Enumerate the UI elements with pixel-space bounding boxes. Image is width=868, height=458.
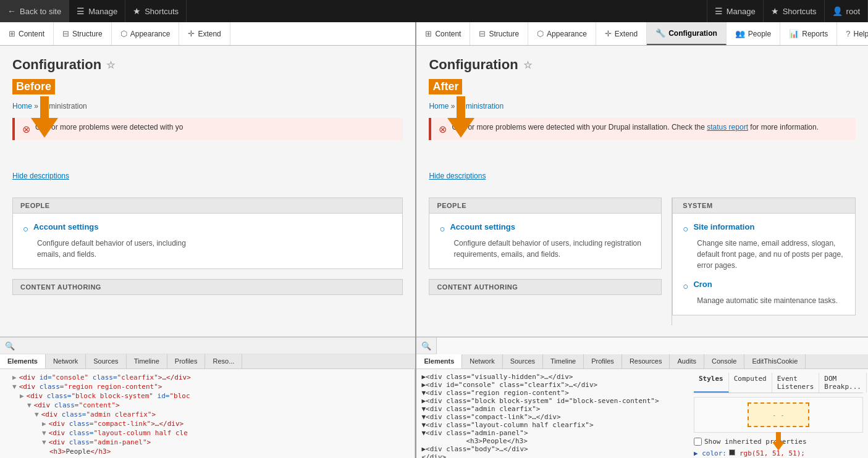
devtools-tab-resources-right[interactable]: Resources [622,354,670,368]
devtools-code-right: ▶<div class="visually-hidden">…</div> ▶<… [416,369,689,458]
content-label-right: Content [435,30,461,38]
before-arrow [31,96,58,138]
user-icon: 👤 [832,6,843,16]
left-pane-wrapper: ⊞ Content ⊟ Structure ⬡ Appearance ✛ Ext… [0,22,416,458]
devtools-tab-elements-left[interactable]: Elements [0,354,46,369]
left-star-icon[interactable]: ☆ [106,59,115,71]
box-model-visual: - - [748,402,809,427]
devtools-tab-profiles-right[interactable]: Profiles [584,354,622,368]
styles-tab-computed[interactable]: Computed [729,373,772,393]
breadcrumb-home-left[interactable]: Home [12,102,32,110]
code-line: ▼<div class="compact-link">…</div> [421,413,684,421]
cron-link[interactable]: Cron [693,280,712,289]
nav-extend-right[interactable]: ✛ Extend [596,22,647,45]
nav-extend-left[interactable]: ✛ Extend [179,22,230,45]
people-panel-left: ○ Account settings Configure default beh… [12,214,403,269]
show-inherited-checkbox[interactable] [694,438,702,446]
nav-help-right[interactable]: ? Help [837,22,868,45]
nav-reports-right[interactable]: 📊 Reports [780,22,837,45]
devtools-tab-network-left[interactable]: Network [46,354,86,368]
extend-label-left: Extend [198,30,221,38]
code-line: ▶<div class="block block-system" id="blo… [421,397,684,405]
help-icon-right: ? [846,29,850,38]
devtools-left: 🔍 Elements Network Sources Timeline Prof… [0,336,415,458]
devtools-tab-sources-right[interactable]: Sources [503,354,543,368]
shortcuts-button-right[interactable]: ★ Shortcuts [764,0,825,22]
site-info-desc: Change site name, email address, slogan,… [697,238,845,271]
manage-button-left[interactable]: ☰ Manage [69,0,125,22]
devtools-tab-elements-right[interactable]: Elements [416,354,462,369]
status-report-link[interactable]: status report [707,123,748,131]
styles-tab-dom-breakp[interactable]: DOM Breakp... [819,373,867,393]
devtools-tab-timeline-right[interactable]: Timeline [543,354,584,368]
after-section: After [429,79,856,97]
devtools-tab-editthiscookie-right[interactable]: EditThisCookie [744,354,806,368]
root-user-button[interactable]: 👤 root [825,0,868,22]
account-settings-desc-right: Configure default behavior of users, inc… [453,238,651,260]
nav-configuration-right[interactable]: 🔧 Configuration [647,22,727,45]
error-icon-right: ⊗ [439,123,447,135]
root-user-label: root [846,7,860,16]
devtools-tab-timeline-left[interactable]: Timeline [127,354,167,368]
account-settings-link-left[interactable]: Account settings [33,222,98,231]
people-panel-right: ○ Account settings Configure default beh… [429,214,662,269]
nav-people-right[interactable]: 👥 People [727,22,780,45]
nav-structure-left[interactable]: ⊟ Structure [54,22,112,45]
people-section-title-left: PEOPLE [12,198,403,214]
right-breadcrumb: Home » Administration [429,102,856,110]
devtools-tab-profiles-left[interactable]: Profiles [167,354,206,368]
code-line: ▶<div class="visually-hidden">…</div> [421,373,684,381]
devtools-search-icon-left[interactable]: 🔍 [4,339,16,352]
styles-tab-event-listeners[interactable]: Event Listeners [772,373,820,393]
devtools-tab-sources-left[interactable]: Sources [86,354,126,368]
admin-nav-right: ⊞ Content ⊟ Structure ⬡ Appearance ✛ Ext… [416,22,868,46]
manage-label-right: Manage [727,7,756,16]
right-pane-wrapper: ⊞ Content ⊟ Structure ⬡ Appearance ✛ Ext… [416,22,868,458]
structure-icon-right: ⊟ [479,29,486,38]
nav-content-right[interactable]: ⊞ Content [416,22,470,45]
account-settings-link-right[interactable]: Account settings [450,222,515,231]
devtools-tab-network-right[interactable]: Network [462,354,502,368]
devtools-tab-console-right[interactable]: Console [704,354,744,368]
code-line: ▼<div class="content"> [5,401,410,410]
left-breadcrumb: Home » Administration [12,102,403,110]
show-inherited-label: Show inherited properties [704,438,807,446]
nav-appearance-left[interactable]: ⬡ Appearance [112,22,180,45]
code-line-highlight: <h3>People</h3> [421,437,684,445]
hide-descriptions-left[interactable]: Hide descriptions [12,172,69,180]
content-icon-right: ⊞ [425,29,432,38]
left-error-bar: ⊗ One or more problems were detected wit… [12,118,403,140]
box-model-dash: - - [772,411,785,419]
back-to-site-button[interactable]: ← Back to site [0,0,69,22]
hide-descriptions-right[interactable]: Hide descriptions [429,172,486,180]
site-info-icon: ○ [683,223,688,234]
account-settings-link-row-right: ○ Account settings [439,222,651,234]
code-line: ▶<div class="body">…</div> [421,445,684,453]
people-label-right: People [748,30,771,38]
nav-structure-right[interactable]: ⊟ Structure [470,22,528,45]
toolbar-top: ← Back to site ☰ Manage ★ Shortcuts ☰ Ma… [0,0,868,22]
before-label: Before [12,79,55,94]
right-star-icon[interactable]: ☆ [523,59,532,71]
before-section: Before [12,79,403,97]
breadcrumb-home-right[interactable]: Home [429,102,449,110]
devtools-tab-reso-left[interactable]: Reso... [205,354,242,368]
manage-button-right[interactable]: ☰ Manage [707,0,764,22]
devtools-search-icon-right[interactable]: 🔍 [420,339,432,352]
shortcuts-label-right: Shortcuts [783,7,817,16]
code-line: ▶<div id="console" class="clearfix">…</d… [421,381,684,389]
nav-appearance-right[interactable]: ⬡ Appearance [528,22,596,45]
code-line: </div> [421,453,684,458]
devtools-tab-audits-right[interactable]: Audits [670,354,704,368]
nav-content-left[interactable]: ⊞ Content [0,22,54,45]
account-settings-link-row-left: ○ Account settings [23,222,392,234]
devtools-body-right: ▶<div class="visually-hidden">…</div> ▶<… [416,369,868,458]
shortcuts-button-left[interactable]: ★ Shortcuts [125,0,187,22]
error-icon-left: ⊗ [22,123,30,135]
code-line: ▼<div class="region region-content"> [5,382,410,391]
site-info-link[interactable]: Site information [693,222,754,231]
devtools-styles-panel: Styles Computed Event Listeners DOM Brea… [689,369,868,458]
styles-tab-styles[interactable]: Styles [694,373,729,393]
site-info-link-row: ○ Site information [683,222,845,234]
code-line: ▼<div class="admin clearfix"> [421,405,684,413]
